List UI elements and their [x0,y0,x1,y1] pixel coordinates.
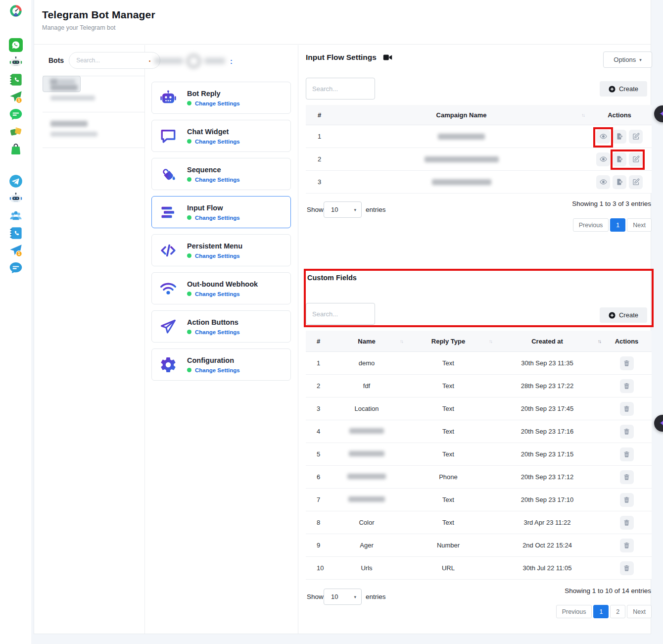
page-2-button[interactable]: 2 [610,605,625,618]
input-flow-icon [159,203,177,221]
change-settings-link[interactable]: Change Settings [195,291,240,297]
change-settings-link[interactable]: Change Settings [195,253,240,259]
settings-card-sequence[interactable]: Sequence Change Settings [151,158,291,190]
card-title: Input Flow [187,204,240,212]
export-button[interactable] [613,130,626,144]
page-size-select[interactable]: 10▾ [324,201,362,218]
change-settings-link[interactable]: Change Settings [195,367,240,373]
dashboard-gauge-icon[interactable] [9,4,23,18]
assistant-button[interactable]: ✦ [654,105,663,122]
view-button[interactable] [596,130,610,144]
change-settings-link[interactable]: Change Settings [195,100,240,106]
col-actions: Actions [602,338,652,345]
page-1-button[interactable]: 1 [610,218,625,232]
status-dot [187,177,191,182]
page-size-select[interactable]: 10▾ [324,589,362,605]
table-summary: Showing 1 to 10 of 14 entries [565,587,651,594]
reply-type: URL [404,564,493,572]
delete-button[interactable] [620,356,634,370]
created-at: 30th Sep 23 11:35 [493,359,602,367]
previous-page-button[interactable]: Previous [556,605,592,618]
sort-icon-active[interactable]: ↑↓ [598,339,601,344]
created-at: 20th Sep 23 17:15 [493,450,602,458]
edit-button[interactable] [629,175,643,189]
view-button[interactable] [596,175,610,189]
integrations-puzzle-icon[interactable] [9,125,23,139]
campaign-send-blue-icon[interactable]: 1 [9,244,23,257]
video-camera-icon[interactable] [383,53,392,61]
delete-button[interactable] [620,447,634,461]
sort-icon[interactable]: ↑↓ [489,339,492,344]
custom-field-row: 7 Text 20th Sep 23 17:10 [306,489,652,511]
bot-list-item[interactable] [43,112,144,148]
delete-button[interactable] [620,516,634,530]
edit-button[interactable] [629,152,643,166]
delete-button[interactable] [620,539,634,552]
view-button[interactable] [596,152,610,166]
campaign-table-header: # Campaign Name↑↓ Actions [306,105,652,125]
contacts-book-green-icon[interactable] [9,73,23,87]
row-number: 6 [306,473,330,481]
delete-button[interactable] [620,379,634,393]
next-page-button[interactable]: Next [627,218,652,232]
card-title: Persistent Menu [187,242,242,250]
delete-button[interactable] [620,493,634,507]
change-settings-link[interactable]: Change Settings [195,329,240,335]
delete-button[interactable] [620,470,634,484]
custom-field-row: 4 Text 20th Sep 23 17:16 [306,420,652,443]
plus-circle-icon [609,86,616,93]
robot-green-icon[interactable] [9,55,23,69]
flow-create-button[interactable]: Create [600,81,647,97]
file-export-icon [616,178,623,186]
edit-button[interactable] [629,130,643,144]
page-1-button[interactable]: 1 [593,605,609,618]
trash-icon [623,473,630,481]
custom-field-row: 9 Ager Number 2nd Oct 22 15:24 [306,534,652,557]
custom-fields-table: # Name↑↓ Reply Type↑↓ Created at↑↓ Actio… [306,331,652,580]
custom-fields-create-button[interactable]: Create [600,307,647,323]
previous-page-button[interactable]: Previous [573,218,609,232]
export-button[interactable] [613,152,626,166]
settings-card-input-flow[interactable]: Input Flow Change Settings [151,196,291,228]
settings-card-bot-reply[interactable]: Bot Reply Change Settings [151,82,291,114]
settings-card-outbound-webhook[interactable]: Out-bound Webhook Change Settings [151,272,291,304]
sort-icon[interactable]: ↑↓ [400,339,403,344]
settings-card-configuration[interactable]: Configuration Change Settings [151,348,291,381]
chat-green-icon[interactable] [9,107,23,121]
delete-button[interactable] [620,402,634,416]
telegram-icon[interactable] [9,174,23,188]
next-page-button[interactable]: Next [627,605,652,618]
sort-icon[interactable]: ↑↓ [581,112,584,118]
store-bag-icon[interactable] [9,142,23,156]
reply-type: Text [404,496,493,503]
robot-blue-icon[interactable] [9,192,23,205]
assistant-button[interactable]: ✦ [654,415,663,432]
card-title: Action Buttons [187,318,240,326]
change-settings-link[interactable]: Change Settings [195,177,240,183]
col-campaign-name: Campaign Name [436,111,487,119]
settings-card-chat-widget[interactable]: Chat Widget Change Settings [151,120,291,152]
redacted-bot-username [50,96,95,100]
chat-blue-icon[interactable] [9,261,23,275]
settings-menu: : Bot Reply Change Settings Chat Widget … [145,45,298,634]
settings-card-persistent-menu[interactable]: Persistent Menu Change Settings [151,234,291,266]
whatsapp-icon[interactable] [9,38,23,52]
campaign-row: 2 [306,148,652,171]
flow-search-input[interactable] [306,78,375,99]
group-blue-icon[interactable] [9,209,23,223]
delete-button[interactable] [620,561,634,575]
sparkle-icon: ✦ [660,419,663,428]
change-settings-link[interactable]: Change Settings [195,139,240,145]
col-actions: Actions [587,111,652,119]
row-number: 8 [306,519,330,526]
custom-fields-search-input[interactable] [306,303,375,325]
status-dot [187,330,191,334]
campaign-send-green-icon[interactable]: 1 [9,90,23,104]
change-settings-link[interactable]: Change Settings [195,215,240,221]
export-button[interactable] [613,175,626,189]
selected-bot-header: : [149,51,233,71]
delete-button[interactable] [620,425,634,439]
options-button[interactable]: Options▾ [603,51,652,68]
settings-card-action-buttons[interactable]: Action Buttons Change Settings [151,310,291,343]
contacts-book-blue-icon[interactable] [9,226,23,240]
